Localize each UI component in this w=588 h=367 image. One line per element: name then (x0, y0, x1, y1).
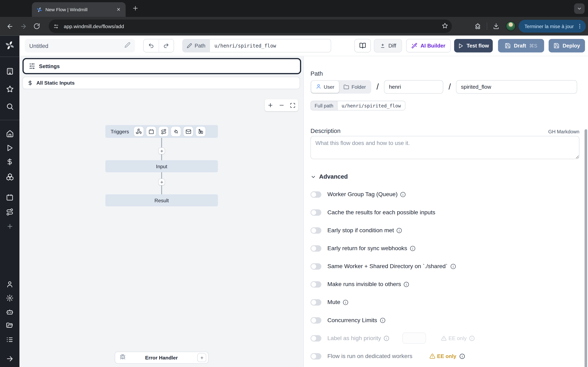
early-stop-toggle[interactable] (311, 227, 321, 234)
cache-results-toggle[interactable] (311, 209, 321, 216)
tab-close-icon[interactable]: ✕ (115, 6, 122, 13)
description-textarea[interactable] (311, 136, 579, 159)
sidebar-item-routes[interactable] (0, 207, 20, 217)
flow-title-field[interactable]: Untitled (25, 39, 135, 52)
sidebar-item-folders[interactable] (0, 321, 20, 331)
info-icon[interactable] (384, 335, 389, 341)
reload-icon[interactable] (30, 20, 43, 33)
plus-minus-diff-icon (380, 43, 385, 49)
deploy-button[interactable]: Deploy (549, 39, 585, 52)
forward-icon[interactable] (17, 20, 30, 33)
info-icon[interactable] (343, 299, 349, 305)
ai-builder-button[interactable]: AI Builder (406, 39, 451, 52)
redo-button[interactable] (159, 39, 174, 52)
edit-pencil-icon[interactable] (125, 42, 130, 50)
sidebar-item-runs[interactable] (0, 143, 20, 153)
windmill-logo[interactable] (0, 40, 20, 50)
site-info-icon[interactable] (51, 21, 61, 31)
flow-toolbar: Untitled Path (20, 35, 588, 56)
sidebar-item-workers[interactable] (0, 307, 20, 317)
info-icon[interactable] (397, 227, 402, 233)
email-trigger-icon[interactable] (183, 127, 193, 136)
path-owner-input[interactable] (384, 80, 443, 94)
path-input[interactable] (210, 39, 331, 52)
triggers-node[interactable]: Triggers (105, 125, 218, 138)
websocket-plug-trigger-icon[interactable] (171, 127, 181, 136)
info-icon[interactable] (459, 353, 465, 359)
add-error-handler-button[interactable] (197, 353, 206, 362)
docs-button[interactable] (355, 39, 371, 52)
sidebar-item-resources[interactable] (0, 171, 20, 181)
http-route-trigger-icon[interactable] (159, 127, 168, 136)
info-icon[interactable] (380, 317, 385, 323)
result-node[interactable]: Result (105, 194, 218, 206)
worker-group-tag-toggle[interactable] (311, 191, 321, 198)
extensions-puzzle-icon[interactable] (471, 20, 484, 33)
panel-scrollbar[interactable] (585, 129, 587, 367)
sidebar-item-home[interactable] (0, 129, 20, 139)
settings-card[interactable]: Settings (22, 58, 301, 74)
sidebar-item-settings[interactable] (0, 293, 20, 303)
priority-value-input[interactable] (402, 333, 426, 344)
back-icon[interactable] (3, 20, 17, 33)
flow-canvas[interactable]: Settings All Static Inputs Triggers (20, 56, 304, 367)
sidebar-item-audit-logs[interactable] (0, 335, 20, 345)
early-return-toggle[interactable] (311, 245, 321, 251)
insert-step-button[interactable] (158, 179, 165, 185)
sidebar-item-schedules[interactable] (0, 192, 20, 202)
sidebar-item-workspace[interactable] (0, 66, 20, 76)
toggle-label: Worker Group Tag (Queue) (327, 191, 398, 198)
path-heading: Path (311, 70, 579, 77)
path-chip[interactable]: Path (182, 39, 210, 52)
sidebar-item-variables[interactable] (0, 157, 20, 167)
sidebar-item-account[interactable] (0, 279, 20, 289)
error-handler-node[interactable]: Error Handler (115, 352, 208, 364)
new-tab-icon[interactable] (132, 5, 139, 13)
input-node[interactable]: Input (105, 160, 218, 172)
sidebar-expand-arrow-icon[interactable] (0, 354, 20, 364)
mute-toggle[interactable] (311, 299, 321, 305)
same-worker-toggle[interactable] (311, 263, 321, 269)
zoom-in-button[interactable] (265, 99, 276, 111)
diff-button[interactable]: Diff (374, 39, 402, 52)
test-flow-button[interactable]: Test flow (454, 39, 493, 52)
browser-tab[interactable]: New Flow | Windmill ✕ (32, 2, 126, 17)
toggle-label: Concurrency Limits (327, 317, 377, 324)
path-name-input[interactable] (456, 80, 577, 94)
download-icon[interactable] (489, 20, 503, 33)
sidebar-item-add[interactable] (0, 221, 20, 231)
watch-poll-trigger-icon[interactable] (196, 127, 206, 136)
invisible-runs-toggle[interactable] (311, 281, 321, 287)
all-static-inputs-label: All Static Inputs (36, 80, 75, 86)
browser-menu-kebab-icon[interactable] (577, 23, 583, 29)
advanced-section-header[interactable]: Advanced (311, 173, 579, 180)
chrome-update-button[interactable]: Terminer la mise à jour (518, 20, 586, 33)
full-path-display: Full path u/henri/spirited_flow (311, 101, 406, 110)
bookmark-star-icon[interactable] (442, 22, 448, 30)
fit-view-button[interactable] (287, 99, 298, 111)
info-icon[interactable] (400, 192, 406, 197)
sidebar-item-search[interactable] (0, 101, 20, 111)
info-icon[interactable] (404, 281, 409, 287)
owner-kind-user[interactable]: User (311, 81, 339, 93)
profile-avatar[interactable] (506, 21, 516, 31)
high-priority-toggle[interactable] (311, 335, 321, 341)
save-draft-button[interactable]: Draft ⌘S (498, 39, 544, 52)
info-icon[interactable] (450, 263, 456, 269)
toolbar-divider (486, 22, 487, 30)
info-icon[interactable] (469, 335, 475, 341)
all-static-inputs-card[interactable]: All Static Inputs (22, 77, 300, 89)
address-bar[interactable]: app.windmill.dev/flows/add (49, 20, 452, 33)
zoom-out-button[interactable] (276, 99, 287, 111)
dedicated-workers-toggle[interactable] (311, 353, 321, 359)
toggle-row-worker-group-tag: Worker Group Tag (Queue) (311, 191, 579, 198)
insert-step-button[interactable] (158, 148, 165, 154)
webhook-trigger-icon[interactable] (134, 127, 144, 136)
concurrency-limits-toggle[interactable] (311, 317, 321, 323)
undo-button[interactable] (144, 39, 159, 52)
owner-kind-folder[interactable]: Folder (339, 81, 370, 93)
tab-search-chevron-icon[interactable] (574, 3, 585, 14)
sidebar-item-favorites[interactable] (0, 84, 20, 94)
schedule-trigger-icon[interactable] (146, 127, 156, 136)
info-icon[interactable] (410, 245, 415, 251)
